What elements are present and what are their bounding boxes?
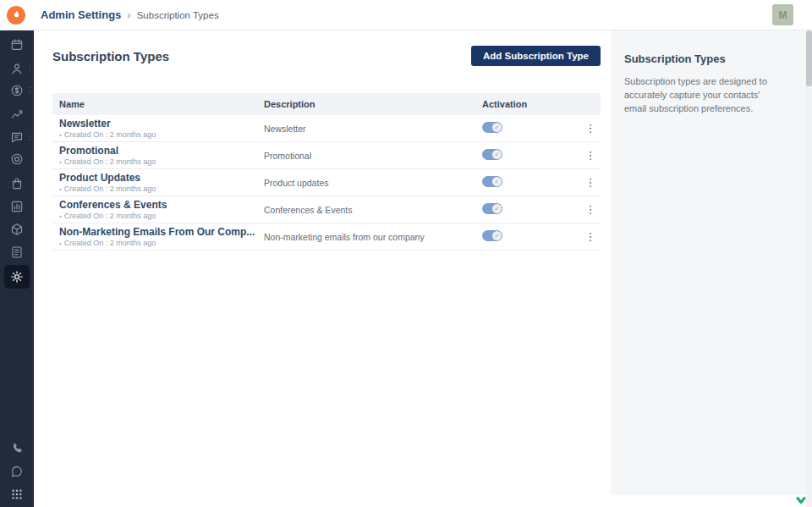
kebab-menu-button[interactable]: ⋮ xyxy=(582,230,600,243)
breadcrumb-admin-settings[interactable]: Admin Settings xyxy=(41,8,121,21)
scrollbar-thumb[interactable] xyxy=(806,30,812,86)
bullet-icon: • xyxy=(59,131,62,139)
subscription-description: Conferences & Events xyxy=(264,205,482,215)
trend-chart-icon xyxy=(10,107,24,120)
created-on: •Created On : 2 months ago xyxy=(59,239,264,247)
main-content: Subscription Types Add Subscription Type… xyxy=(34,30,611,507)
chat-widget-launcher[interactable] xyxy=(795,494,807,506)
apps-grid-icon xyxy=(10,488,24,501)
table-row: Conferences & Events •Created On : 2 mon… xyxy=(52,196,601,223)
created-on-text: Created On : 2 months ago xyxy=(64,130,156,139)
sidebar-item-reports[interactable] xyxy=(6,196,28,218)
subscription-name-link[interactable]: Promotional xyxy=(59,145,264,157)
info-panel-description: Subscription types are designed to accur… xyxy=(624,75,784,116)
sidebar-item-apps[interactable] xyxy=(6,483,28,505)
column-header-activation: Activation xyxy=(482,99,580,109)
flame-icon xyxy=(11,9,22,20)
activation-cell: ✓ xyxy=(482,148,580,163)
subscription-description: Product updates xyxy=(264,178,482,188)
activation-toggle[interactable]: ✓ xyxy=(482,203,502,214)
table-row: Non-Marketing Emails From Our Comp... •C… xyxy=(52,223,601,251)
subscription-name-link[interactable]: Conferences & Events xyxy=(59,199,264,211)
sidebar-item-deals[interactable] xyxy=(6,80,28,102)
sidebar-item-notes[interactable] xyxy=(6,241,28,263)
bullet-icon: • xyxy=(59,240,62,247)
subscription-name-link[interactable]: Newsletter xyxy=(59,118,264,130)
created-on-text: Created On : 2 months ago xyxy=(64,185,156,193)
sidebar-item-products[interactable] xyxy=(6,173,28,195)
activation-toggle[interactable]: ✓ xyxy=(482,176,502,187)
toggle-check-icon: ✓ xyxy=(492,150,502,159)
chat-lines-icon xyxy=(10,130,24,144)
kebab-menu-button[interactable]: ⋮ xyxy=(582,122,600,135)
dollar-icon xyxy=(10,84,24,97)
info-panel: Subscription Types Subscription types ar… xyxy=(611,30,806,495)
kebab-menu-button[interactable]: ⋮ xyxy=(582,149,600,162)
sidebar-item-phone[interactable] xyxy=(6,438,28,460)
activation-cell: ✓ xyxy=(482,121,580,136)
calendar-icon xyxy=(10,38,24,52)
table-row: Newsletter •Created On : 2 months ago Ne… xyxy=(52,115,601,142)
subscription-description: Newsletter xyxy=(264,124,482,134)
table-header-row: Name Description Activation xyxy=(52,93,601,115)
table-row: Promotional •Created On : 2 months ago P… xyxy=(52,142,601,169)
page-header: Subscription Types Add Subscription Type xyxy=(52,44,601,68)
contacts-overflow-icon[interactable]: ⋮ xyxy=(26,62,33,75)
cube-icon xyxy=(10,223,24,236)
subscription-name-link[interactable]: Non-Marketing Emails From Our Comp... xyxy=(59,226,264,238)
sidebar-item-calendar[interactable] xyxy=(6,34,28,56)
user-avatar[interactable]: M xyxy=(772,4,793,25)
name-cell: Conferences & Events •Created On : 2 mon… xyxy=(52,199,264,220)
sidebar-item-settings[interactable] xyxy=(4,265,30,289)
breadcrumb-current-page: Subscription Types xyxy=(137,10,219,20)
activation-toggle[interactable]: ✓ xyxy=(482,149,502,160)
activation-cell: ✓ xyxy=(482,202,580,218)
phone-icon xyxy=(10,442,24,455)
created-on: •Created On : 2 months ago xyxy=(59,130,264,139)
subscription-description: Promotional xyxy=(264,151,482,161)
kebab-menu-button[interactable]: ⋮ xyxy=(582,203,600,216)
toggle-check-icon: ✓ xyxy=(492,231,502,240)
conversations-overflow-icon[interactable]: ⋮ xyxy=(26,130,33,144)
column-header-name: Name xyxy=(52,99,264,109)
sidebar-item-target[interactable] xyxy=(6,148,28,170)
add-subscription-type-button[interactable]: Add Subscription Type xyxy=(471,46,601,66)
topbar: Admin Settings › Subscription Types M xyxy=(0,0,812,30)
name-cell: Newsletter •Created On : 2 months ago xyxy=(52,118,264,139)
kebab-menu-button[interactable]: ⋮ xyxy=(582,176,600,189)
activation-toggle[interactable]: ✓ xyxy=(482,122,502,133)
sidebar: ⋮ ⋮ ⋮ xyxy=(0,30,34,507)
created-on: •Created On : 2 months ago xyxy=(59,212,264,220)
sidebar-item-chat[interactable] xyxy=(6,460,28,482)
sidebar-item-contacts[interactable] xyxy=(6,58,28,80)
chevron-right-icon: › xyxy=(127,8,130,21)
breadcrumb: Admin Settings › Subscription Types xyxy=(41,8,219,21)
contacts-icon xyxy=(10,62,24,75)
sidebar-item-conversations[interactable] xyxy=(6,126,28,148)
app-logo[interactable] xyxy=(7,6,25,25)
created-on-text: Created On : 2 months ago xyxy=(64,157,156,166)
table-row: Product Updates •Created On : 2 months a… xyxy=(52,169,601,196)
name-cell: Promotional •Created On : 2 months ago xyxy=(52,145,264,166)
subscription-name-link[interactable]: Product Updates xyxy=(59,172,264,184)
toggle-check-icon: ✓ xyxy=(492,204,502,213)
sidebar-item-analytics[interactable] xyxy=(6,102,28,124)
chat-bubble-icon xyxy=(10,465,24,478)
app-root: Admin Settings › Subscription Types M ⋮ … xyxy=(0,0,812,507)
created-on: •Created On : 2 months ago xyxy=(59,157,264,166)
chevron-down-icon xyxy=(795,494,807,506)
created-on-text: Created On : 2 months ago xyxy=(64,239,156,247)
created-on-text: Created On : 2 months ago xyxy=(64,212,156,220)
page-scrollbar[interactable] xyxy=(806,30,812,507)
toggle-check-icon: ✓ xyxy=(492,177,502,186)
info-panel-title: Subscription Types xyxy=(624,52,784,65)
activation-toggle[interactable]: ✓ xyxy=(482,230,502,241)
deals-overflow-icon[interactable]: ⋮ xyxy=(26,84,33,97)
bag-icon xyxy=(10,177,24,190)
name-cell: Non-Marketing Emails From Our Comp... •C… xyxy=(52,226,264,247)
bullet-icon: • xyxy=(59,185,62,193)
bullet-icon: • xyxy=(59,158,62,166)
bullet-icon: • xyxy=(59,212,62,220)
subscription-types-table: Name Description Activation Newsletter •… xyxy=(52,93,601,251)
sidebar-item-package[interactable] xyxy=(6,218,28,240)
